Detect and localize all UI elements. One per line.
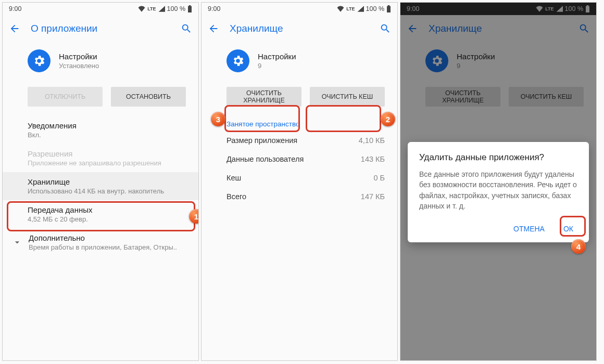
signal-icon	[357, 6, 364, 12]
search-icon[interactable]	[380, 23, 391, 34]
item-label: Передача данных	[28, 205, 186, 214]
status-bar: 9:00 LTE 100 %	[3, 3, 198, 15]
status-icons: LTE 100 %	[138, 5, 192, 12]
status-icons: LTE 100 %	[337, 5, 391, 12]
page-title: Хранилище	[230, 23, 369, 34]
item-storage[interactable]: Хранилище Использовано 414 КБ на внутр. …	[3, 172, 198, 200]
screen-app-info: 9:00 LTE 100 % О приложении Настройки Ус…	[2, 2, 199, 361]
row-user-data: Данные пользователя143 КБ	[202, 150, 397, 168]
app-status: Установлено	[59, 62, 99, 70]
disable-button[interactable]: ОТКЛЮЧИТЬ	[28, 87, 103, 107]
clear-cache-button[interactable]: ОЧИСТИТЬ КЕШ	[310, 87, 385, 107]
screen-storage: 9:00 LTE 100 % Хранилище Настройки 9 ОЧИ…	[201, 2, 398, 361]
row-cache: Кеш0 Б	[202, 168, 397, 187]
battery-percent: 100 %	[366, 5, 384, 12]
dialog-title: Удалить данные приложения?	[419, 152, 577, 163]
battery-percent: 100 %	[167, 5, 185, 12]
screen-dialog: 9:00 LTE 100 % Хранилище Настройки 9 ОЧИ…	[400, 2, 597, 361]
clear-storage-button[interactable]: ОЧИСТИТЬ ХРАНИЛИЩЕ	[227, 87, 301, 107]
clock: 9:00	[9, 5, 21, 12]
item-sub: Вкл.	[28, 131, 186, 139]
button-row: ОТКЛЮЧИТЬ ОСТАНОВИТЬ	[3, 83, 198, 116]
item-sub: Приложение не запрашивало разрешения	[28, 159, 186, 167]
item-permissions: Разрешения Приложение не запрашивало раз…	[3, 144, 198, 172]
wifi-icon	[138, 6, 145, 12]
app-bar: О приложении	[3, 15, 198, 42]
dialog-text: Все данные этого приложения будут удален…	[419, 169, 577, 211]
item-sub: Использовано 414 КБ на внутр. накопитель	[28, 187, 186, 195]
step-badge-2: 2	[381, 112, 395, 126]
step-badge-4: 4	[571, 239, 586, 254]
status-bar: 9:00 LTE 100 %	[202, 3, 397, 15]
back-icon[interactable]	[9, 23, 20, 34]
item-label: Хранилище	[28, 177, 186, 186]
item-label: Разрешения	[28, 149, 186, 158]
section-title: Занятое пространство	[202, 116, 397, 131]
item-label: Дополнительно	[29, 233, 177, 242]
button-row: ОЧИСТИТЬ ХРАНИЛИЩЕ ОЧИСТИТЬ КЕШ	[202, 83, 397, 116]
clock: 9:00	[208, 5, 220, 12]
content: Настройки 9 ОЧИСТИТЬ ХРАНИЛИЩЕ ОЧИСТИТЬ …	[202, 42, 397, 360]
signal-icon	[158, 6, 165, 12]
ok-button[interactable]: ОК	[559, 220, 577, 237]
item-advanced[interactable]: Дополнительно Время работы в приложении,…	[3, 228, 198, 256]
app-bar: Хранилище	[202, 15, 397, 42]
page-title: О приложении	[31, 23, 170, 34]
step-badge-3: 3	[211, 112, 225, 126]
back-icon[interactable]	[208, 23, 219, 34]
app-header: Настройки 9	[202, 42, 397, 83]
row-app-size: Размер приложения4,10 КБ	[202, 131, 397, 150]
cancel-button[interactable]: ОТМЕНА	[509, 220, 549, 237]
item-data-usage[interactable]: Передача данных 4,52 МБ с 20 февр.	[3, 200, 198, 228]
search-icon[interactable]	[181, 23, 192, 34]
item-notifications[interactable]: Уведомления Вкл.	[3, 116, 198, 144]
item-sub: Время работы в приложении, Батарея, Откр…	[29, 243, 177, 251]
wifi-icon	[337, 6, 344, 12]
stop-button[interactable]: ОСТАНОВИТЬ	[111, 87, 186, 107]
row-total: Всего147 КБ	[202, 187, 397, 206]
gear-icon	[227, 49, 249, 72]
content: Настройки Установлено ОТКЛЮЧИТЬ ОСТАНОВИ…	[3, 42, 198, 360]
confirm-dialog: Удалить данные приложения? Все данные эт…	[408, 142, 589, 242]
dialog-buttons: ОТМЕНА ОК	[419, 220, 577, 237]
item-label: Уведомления	[28, 121, 186, 130]
app-header: Настройки Установлено	[3, 42, 198, 83]
network-label: LTE	[147, 6, 156, 11]
item-sub: 4,52 МБ с 20 февр.	[28, 215, 186, 223]
battery-icon	[386, 5, 391, 12]
chevron-down-icon	[12, 237, 22, 248]
network-label: LTE	[346, 6, 355, 11]
app-version: 9	[258, 62, 296, 70]
gear-icon	[28, 49, 51, 72]
battery-icon	[187, 5, 192, 12]
app-name: Настройки	[258, 52, 296, 61]
app-name: Настройки	[59, 52, 99, 61]
